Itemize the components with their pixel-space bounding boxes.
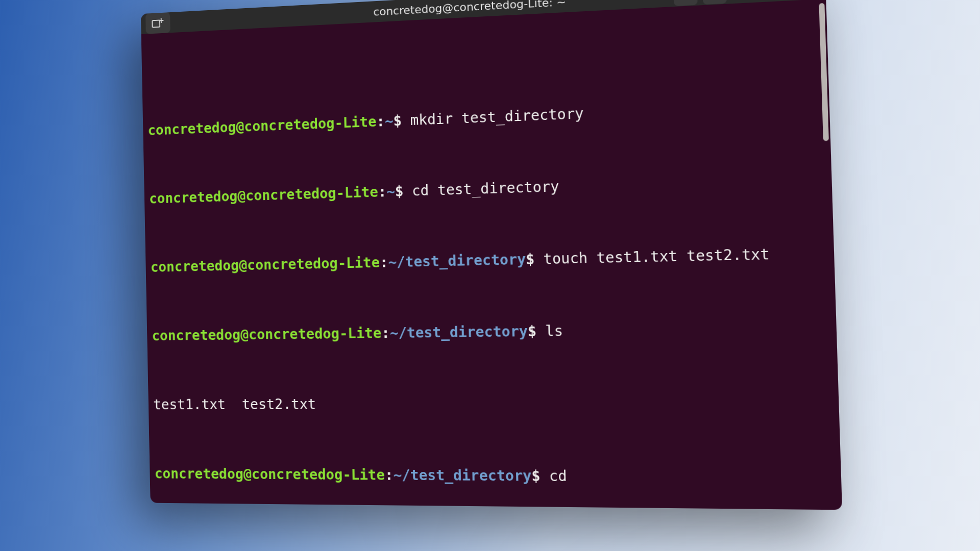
terminal-window: concretedog@concretedog-Lite: ~ [141,0,842,510]
command-text: touch test1.txt test2.txt [534,245,770,267]
prompt-path: ~/test_directory [393,467,532,485]
scrollbar-thumb[interactable] [819,3,828,141]
search-icon [680,0,691,1]
command-text: mkdir test_directory [402,105,584,129]
terminal-line: concretedog@concretedog-Lite:~$ mkdir te… [148,95,823,139]
command-text: cd [540,467,567,485]
prompt-user-host: concretedog@concretedog-Lite [152,325,381,344]
prompt-dollar: $ [527,323,536,340]
prompt-user-host: concretedog@concretedog-Lite [151,254,380,276]
prompt-separator: : [376,113,385,130]
desktop-background: concretedog@concretedog-Lite: ~ [0,0,980,551]
prompt-user-host: concretedog@concretedog-Lite [155,465,385,483]
terminal-line: concretedog@concretedog-Lite:~/test_dire… [155,465,835,487]
command-text: ls [536,322,564,340]
terminal-line: concretedog@concretedog-Lite:~/test_dire… [152,318,830,344]
prompt-dollar: $ [531,467,541,485]
prompt-path: ~ [385,113,394,130]
prompt-separator: : [380,254,388,271]
terminal-line: concretedog@concretedog-Lite:~$ cd test_… [149,169,825,208]
prompt-separator: : [384,467,393,484]
prompt-dollar: $ [526,251,535,268]
prompt-user-host: concretedog@concretedog-Lite [149,184,378,207]
prompt-dollar: $ [393,112,402,129]
prompt-path: ~ [386,183,395,200]
prompt-user-host: concretedog@concretedog-Lite [148,113,377,138]
terminal-output: test1.txt test2.txt [153,393,832,413]
prompt-dollar: $ [395,183,403,199]
new-tab-icon [152,17,164,29]
new-tab-button[interactable] [145,12,170,34]
prompt-separator: : [378,183,386,200]
svg-rect-0 [152,20,160,27]
terminal-line: concretedog@concretedog-Lite:~/test_dire… [151,244,828,276]
prompt-separator: : [381,324,390,341]
terminal-viewport[interactable]: concretedog@concretedog-Lite:~$ mkdir te… [141,0,842,510]
command-text: cd test_directory [403,178,559,199]
prompt-path: ~/test_directory [389,323,528,341]
prompt-path: ~/test_directory [388,251,526,271]
